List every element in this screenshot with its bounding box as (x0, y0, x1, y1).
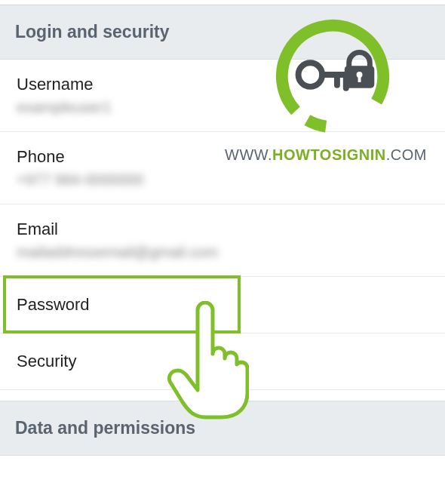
password-label: Password (17, 295, 428, 315)
row-phone[interactable]: Phone +977 984-0000000 (0, 132, 445, 204)
username-label: Username (17, 75, 428, 94)
email-label: Email (17, 220, 428, 239)
security-label: Security (17, 352, 428, 371)
row-security[interactable]: Security (0, 333, 445, 390)
row-username[interactable]: Username exampleuser1 (0, 60, 445, 132)
watermark-url-prefix: WWW. (225, 146, 272, 163)
section-header-login-security: Login and security (0, 5, 445, 60)
row-email[interactable]: Email mailaddressemail@gmail.com (0, 204, 445, 277)
section-header-data-permissions: Data and permissions (0, 401, 445, 456)
section-title-login-security: Login and security (15, 22, 430, 42)
email-value: mailaddressemail@gmail.com (17, 244, 428, 261)
watermark-url-main: HOWTOSIGNIN (272, 146, 386, 163)
row-password[interactable]: Password (0, 277, 445, 333)
watermark-url: WWW.HOWTOSIGNIN.COM (225, 146, 427, 164)
section-title-data-permissions: Data and permissions (15, 418, 430, 438)
watermark-url-suffix: .COM (386, 146, 427, 163)
phone-value: +977 984-0000000 (17, 171, 428, 189)
username-value: exampleuser1 (17, 99, 428, 116)
